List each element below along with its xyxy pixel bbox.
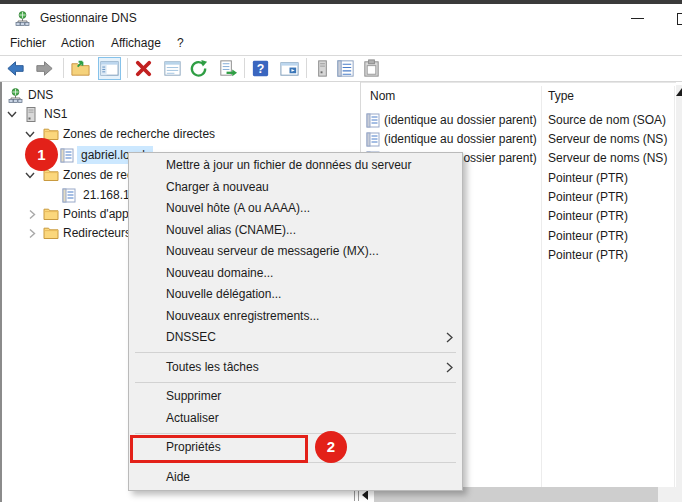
title-bar[interactable]: Gestionnaire DNS: [0, 4, 682, 32]
zone-icon: [62, 188, 76, 203]
record-list-button[interactable]: [334, 57, 357, 80]
menu-affichage[interactable]: Affichage: [111, 32, 161, 54]
chevron-down-icon[interactable]: [25, 170, 35, 181]
record-row[interactable]: (identique au dossier parent) Source de …: [361, 111, 676, 130]
forward-icon: [34, 58, 55, 79]
zone-icon: [60, 148, 74, 163]
column-header-type[interactable]: Type: [548, 86, 574, 106]
server-icon: [312, 58, 333, 79]
app-icon: [15, 11, 30, 26]
scroll-up-arrow-icon[interactable]: [676, 88, 682, 96]
menu-item-label: Mettre à jour un fichier de données du s…: [166, 158, 411, 172]
menu-item-new-records[interactable]: Nouveaux enregistrements...: [129, 306, 462, 328]
tree-item-dns-root[interactable]: DNS: [2, 86, 360, 105]
tree-item-label: Zones de rec: [63, 166, 133, 185]
menu-item-new-host[interactable]: Nouvel hôte (A ou AAAA)...: [129, 198, 462, 220]
dns-manager-window: Gestionnaire DNS Fichier Action Affichag…: [0, 0, 682, 502]
record-name: (identique au dossier parent): [384, 130, 537, 149]
menu-item-update-server-data-file[interactable]: Mettre à jour un fichier de données du s…: [129, 155, 462, 177]
horizontal-scrollbar-track[interactable]: [658, 487, 682, 502]
step2-highlight-box: [130, 435, 308, 463]
menu-item-label: Actualiser: [166, 411, 219, 425]
chevron-right-icon[interactable]: [27, 228, 37, 239]
menu-item-new-mail-server[interactable]: Nouveau serveur de messagerie (MX)...: [129, 241, 462, 263]
chevron-down-icon[interactable]: [25, 129, 35, 140]
console-tree-button[interactable]: [98, 57, 121, 80]
folder-icon: [43, 207, 59, 221]
tree-item-label: NS1: [44, 105, 67, 124]
menu-item-refresh[interactable]: Actualiser: [129, 408, 462, 430]
tree-item-label: Zones de recherche directes: [63, 125, 215, 144]
menu-separator: [135, 433, 456, 434]
record-type: Pointeur (PTR): [548, 227, 628, 246]
menu-item-label: Nouvelle délégation...: [166, 287, 281, 301]
dns-root-icon: [8, 88, 23, 103]
record-type: Serveur de noms (NS): [548, 149, 667, 168]
export-list-button[interactable]: [216, 57, 239, 80]
clipboard-button[interactable]: [360, 57, 383, 80]
maximize-button[interactable]: [677, 13, 682, 25]
menu-item-new-domain[interactable]: Nouveau domaine...: [129, 263, 462, 285]
menu-item-all-tasks[interactable]: Toutes les tâches: [129, 357, 462, 379]
menu-item-label: Nouvel alias (CNAME)...: [166, 223, 296, 237]
record-row[interactable]: (identique au dossier parent) Serveur de…: [361, 130, 676, 149]
up-level-button[interactable]: [69, 57, 92, 80]
minimize-button[interactable]: [618, 4, 658, 32]
menu-item-label: Nouveaux enregistrements...: [166, 309, 319, 323]
record-type: Pointeur (PTR): [548, 188, 628, 207]
record-list-icon: [335, 58, 356, 79]
submenu-arrow-icon: [446, 362, 453, 373]
record-type: Source de nom (SOA): [548, 111, 666, 130]
menu-separator: [135, 382, 456, 383]
export-list-icon: [217, 58, 238, 79]
delete-button[interactable]: [132, 57, 155, 80]
tree-item-label: Redirecteurs: [63, 224, 131, 243]
tree-item-ns1[interactable]: NS1: [2, 105, 360, 124]
server-icon: [25, 107, 37, 122]
refresh-button[interactable]: [187, 57, 210, 80]
toolbar: ?: [0, 56, 682, 82]
clipboard-icon: [361, 58, 382, 79]
menu-bar: Fichier Action Affichage ?: [0, 32, 682, 56]
submenu-arrow-icon: [446, 332, 453, 343]
menu-item-reload[interactable]: Charger à nouveau: [129, 177, 462, 199]
server-view-button[interactable]: [311, 57, 334, 80]
chevron-right-icon[interactable]: [27, 209, 37, 220]
menu-separator: [135, 352, 456, 353]
vertical-scrollbar[interactable]: [676, 85, 682, 487]
menu-item-delete[interactable]: Supprimer: [129, 386, 462, 408]
menu-item-dnssec[interactable]: DNSSEC: [129, 327, 462, 349]
minimize-icon: [631, 18, 644, 19]
menu-item-label: Aide: [166, 470, 190, 484]
up-level-folder-icon: [70, 58, 91, 79]
back-icon: [5, 58, 26, 79]
tree-item-label: Points d'app: [63, 205, 129, 224]
help-button[interactable]: ?: [249, 57, 272, 80]
refresh-icon: [188, 58, 209, 79]
menu-item-label: Nouveau serveur de messagerie (MX)...: [166, 244, 379, 258]
properties-button[interactable]: [161, 57, 184, 80]
svg-text:?: ?: [257, 62, 265, 76]
menu-aide[interactable]: ?: [177, 32, 184, 54]
menu-item-new-delegation[interactable]: Nouvelle délégation...: [129, 284, 462, 306]
column-header-nom[interactable]: Nom: [370, 86, 395, 106]
toolbar-separator: [127, 58, 128, 78]
menu-item-label: Toutes les tâches: [166, 360, 259, 374]
record-icon: [366, 113, 380, 128]
forward-button[interactable]: [33, 57, 56, 80]
back-button[interactable]: [4, 57, 27, 80]
menu-action[interactable]: Action: [61, 32, 94, 54]
new-window-icon: [279, 58, 300, 79]
menu-item-help[interactable]: Aide: [129, 467, 462, 489]
record-icon: [366, 132, 380, 147]
new-window-button[interactable]: [278, 57, 301, 80]
record-type: Pointeur (PTR): [548, 246, 628, 265]
menu-item-label: Charger à nouveau: [166, 180, 269, 194]
menu-fichier[interactable]: Fichier: [10, 32, 46, 54]
chevron-down-icon[interactable]: [7, 109, 17, 120]
menu-item-new-alias[interactable]: Nouvel alias (CNAME)...: [129, 220, 462, 242]
tree-item-forward-zones[interactable]: Zones de recherche directes: [2, 125, 360, 144]
toolbar-separator: [63, 58, 64, 78]
scroll-left-arrow-icon[interactable]: [362, 490, 368, 500]
record-type: Pointeur (PTR): [548, 169, 628, 188]
